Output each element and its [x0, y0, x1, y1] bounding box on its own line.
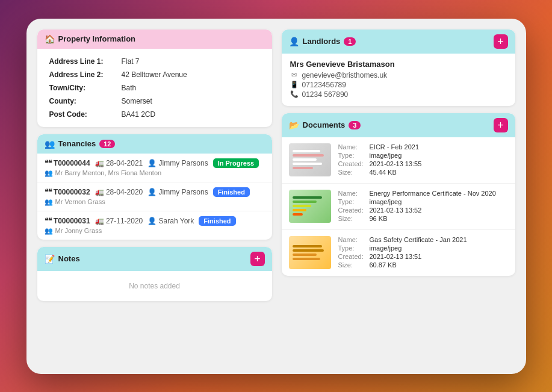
- device-frame: 🏠 Property Information Address Line 1:Fl…: [26, 19, 526, 374]
- notes-title: Notes: [58, 254, 80, 263]
- tenancy-top: ❝❝ T00000032 🚛 28-04-2020 👤 Jimmy Parson…: [45, 187, 265, 197]
- doc-created-label: Created:: [338, 253, 367, 260]
- doc-type-value: image/jpeg: [370, 152, 402, 159]
- tenancy-agent: 👤 Jimmy Parsons: [147, 188, 208, 196]
- tenancies-header: 👥 Tenancies 12: [37, 134, 272, 154]
- tenancies-icon: 👥: [45, 139, 55, 149]
- thumb-line: [293, 158, 317, 161]
- property-row: Town/City:Bath: [46, 81, 264, 95]
- add-document-button[interactable]: +: [494, 118, 508, 132]
- tenancy-sub: 👥 Mr Jonny Grass: [45, 227, 265, 235]
- tenancy-date: 🚛 28-04-2021: [95, 159, 143, 167]
- property-row: Post Code:BA41 2CD: [46, 108, 264, 121]
- phone-icon: 📞: [290, 90, 299, 98]
- documents-title: Documents: [303, 120, 346, 129]
- landlord-mobile-row: 📱 07123456789: [290, 81, 507, 89]
- documents-title-group: 📂 Documents 3: [289, 120, 361, 130]
- add-landlord-button[interactable]: +: [494, 34, 508, 49]
- prop-value: Somerset: [118, 95, 264, 108]
- property-info-body: Address Line 1:Flat 7Address Line 2:42 B…: [37, 49, 272, 127]
- landlord-item: Mrs Genevieve Bristamason ✉ genevieve@br…: [282, 54, 515, 106]
- left-column: 🏠 Property Information Address Line 1:Fl…: [37, 30, 272, 363]
- thumb-line: [293, 249, 324, 252]
- landlord-mobile: 07123456789: [302, 81, 346, 89]
- doc-type-label: Type:: [338, 152, 367, 159]
- doc-thumbnail: [289, 236, 331, 269]
- document-row: Name: Energy Performance Certificate - N…: [282, 184, 515, 230]
- prop-label: County:: [46, 95, 118, 108]
- tenancy-top: ❝❝ T00000044 🚛 28-04-2021 👤 Jimmy Parson…: [45, 158, 265, 168]
- doc-thumb-lines: [289, 190, 331, 223]
- property-table: Address Line 1:Flat 7Address Line 2:42 B…: [46, 55, 264, 121]
- doc-type-row: Type: image/jpeg: [338, 152, 508, 159]
- prop-value: Flat 7: [118, 55, 264, 68]
- thumb-line: [293, 205, 312, 207]
- thumb-line: [293, 167, 314, 169]
- doc-size-value: 60.87 KB: [370, 261, 397, 269]
- prop-value: Bath: [118, 81, 264, 95]
- doc-name-value: Gas Safety Certificate - Jan 2021: [370, 236, 467, 243]
- landlord-name: Mrs Genevieve Bristamason: [290, 60, 507, 69]
- thumb-line: [293, 196, 322, 199]
- tenancies-title-group: 👥 Tenancies 12: [45, 139, 116, 149]
- landlord-email: genevieve@bristhomes.uk: [302, 71, 388, 79]
- document-row: Name: Gas Safety Certificate - Jan 2021 …: [282, 230, 515, 276]
- doc-type-row: Type: image/jpeg: [338, 244, 508, 252]
- property-row: County:Somerset: [46, 95, 264, 108]
- prop-label: Post Code:: [46, 108, 118, 121]
- doc-size-value: 45.44 KB: [370, 169, 397, 176]
- right-column: 👤 Landlords 1 + Mrs Genevieve Bristamaso…: [282, 30, 515, 363]
- doc-created-row: Created: 2021-02-13 13:55: [338, 160, 508, 167]
- tenancies-card: 👥 Tenancies 12 ❝❝ T00000044 🚛 28-04-2021…: [37, 134, 272, 240]
- tenancy-agent: 👤 Sarah York: [147, 217, 194, 225]
- property-row: Address Line 1:Flat 7: [46, 55, 264, 68]
- doc-thumb-lines: [289, 143, 331, 176]
- thumb-line: [293, 163, 322, 165]
- doc-name-value: Energy Performance Certificate - Nov 202…: [370, 190, 496, 197]
- doc-size-label: Size:: [338, 261, 367, 269]
- landlords-title: Landlords: [303, 37, 341, 46]
- doc-meta: Name: Energy Performance Certificate - N…: [338, 190, 508, 223]
- tenancy-status: Finished: [213, 187, 250, 197]
- doc-name-row: Name: Energy Performance Certificate - N…: [338, 190, 508, 197]
- notes-empty: No notes added: [37, 271, 272, 301]
- prop-label: Address Line 2:: [46, 68, 118, 81]
- tenancy-sub-text: Mr Jonny Grass: [55, 227, 102, 234]
- tenancy-id: ❝❝ T00000032: [45, 188, 90, 196]
- doc-size-row: Size: 60.87 KB: [338, 261, 508, 269]
- tenancy-sub-text: Mr Barry Menton, Mrs Fiona Menton: [55, 169, 162, 176]
- property-info-title: Property Information: [58, 34, 136, 43]
- prop-label: Town/City:: [46, 81, 118, 95]
- doc-name-row: Name: EICR - Feb 2021: [338, 143, 508, 151]
- thumb-line: [293, 245, 322, 247]
- property-info-title-group: 🏠 Property Information: [45, 34, 136, 44]
- add-note-button[interactable]: +: [250, 252, 265, 266]
- thumb-line: [293, 209, 306, 211]
- landlords-title-group: 👤 Landlords 1: [289, 37, 356, 46]
- tenancy-id: ❝❝ T00000031: [45, 217, 90, 225]
- doc-type-value: image/jpeg: [370, 244, 402, 252]
- doc-created-row: Created: 2021-02-13 13:52: [338, 207, 508, 214]
- doc-size-label: Size:: [338, 169, 367, 176]
- tenancy-date: 🚛 28-04-2020: [95, 188, 143, 196]
- tenancy-date: 🚛 27-11-2020: [95, 217, 143, 225]
- doc-created-row: Created: 2021-02-13 13:51: [338, 253, 508, 260]
- doc-size-row: Size: 96 KB: [338, 215, 508, 222]
- doc-size-value: 96 KB: [370, 215, 388, 222]
- documents-card: 📂 Documents 3 + Name: EICR - Feb 2021 Ty…: [282, 113, 515, 276]
- tenancy-row: ❝❝ T00000032 🚛 28-04-2020 👤 Jimmy Parson…: [37, 182, 272, 211]
- property-info-card: 🏠 Property Information Address Line 1:Fl…: [37, 30, 272, 127]
- mobile-icon: 📱: [290, 81, 299, 89]
- doc-name-label: Name:: [338, 190, 367, 197]
- document-row: Name: EICR - Feb 2021 Type: image/jpeg C…: [282, 137, 515, 184]
- tenancy-id: ❝❝ T00000044: [45, 159, 90, 167]
- tenancy-top: ❝❝ T00000031 🚛 27-11-2020 👤 Sarah York F…: [45, 216, 265, 226]
- tenancy-sub-icon: 👥: [45, 169, 53, 177]
- prop-label: Address Line 1:: [46, 55, 118, 68]
- doc-type-row: Type: image/jpeg: [338, 198, 508, 205]
- doc-meta: Name: EICR - Feb 2021 Type: image/jpeg C…: [338, 143, 508, 177]
- doc-created-label: Created:: [338, 207, 367, 214]
- doc-created-label: Created:: [338, 160, 367, 167]
- landlord-phone: 01234 567890: [302, 90, 349, 99]
- doc-name-row: Name: Gas Safety Certificate - Jan 2021: [338, 236, 508, 243]
